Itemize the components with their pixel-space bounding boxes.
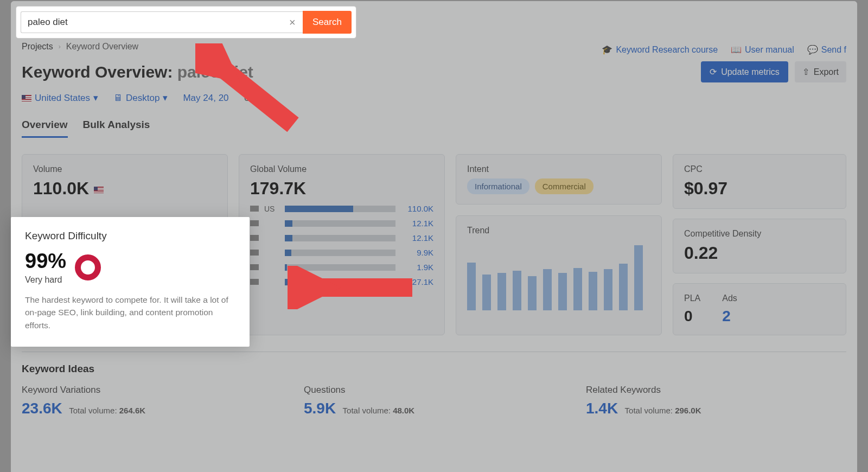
page-title: Keyword Overview: paleo diet: [22, 63, 253, 81]
kd-level: Very hard: [25, 275, 66, 285]
ads-label: Ads: [722, 294, 737, 303]
trend-bar: [497, 273, 506, 310]
us-flag-icon: [94, 187, 104, 193]
idea-related: Related Keywords 1.4K Total volume: 296.…: [586, 385, 846, 417]
global-volume-row: 12.1K: [250, 233, 433, 243]
country-flag-icon: [250, 235, 259, 241]
trend-bar: [558, 273, 567, 310]
trend-bar: [604, 269, 612, 310]
card-pla-ads: PLA 0 Ads 2: [673, 283, 846, 335]
country-volume[interactable]: 12.1K: [401, 219, 433, 228]
country-code: US: [264, 205, 279, 213]
desktop-icon: 🖥: [113, 93, 123, 104]
cpc-label: CPC: [684, 164, 835, 174]
chevron-down-icon: ▾: [163, 92, 168, 104]
trend-label: Trend: [467, 226, 650, 235]
variations-value[interactable]: 23.6K: [22, 400, 62, 417]
kd-percent: 99%: [25, 250, 66, 273]
country-flag-icon: [250, 206, 259, 212]
global-volume-row: 1.9K: [250, 263, 433, 272]
trend-bar: [573, 268, 582, 310]
trend-bar: [513, 271, 521, 310]
country-flag-icon: [250, 250, 259, 256]
tab-bulk-analysis[interactable]: Bulk Analysis: [83, 119, 150, 138]
global-volume-label: Global Volume: [250, 164, 433, 174]
upload-icon: ⇧: [802, 67, 809, 77]
link-manual[interactable]: 📖User manual: [731, 44, 794, 55]
trend-bar: [634, 245, 643, 310]
breadcrumb-root[interactable]: Projects: [22, 42, 53, 52]
cpc-value: $0.97: [684, 178, 835, 199]
card-global-volume: Global Volume 179.7K US 110.0K 12.1K 12.…: [239, 154, 445, 335]
country-flag-icon: [250, 279, 259, 285]
trend-bar: [482, 275, 491, 310]
ads-value[interactable]: 2: [722, 308, 737, 325]
breadcrumb-current: Keyword Overview: [66, 42, 138, 52]
filter-device[interactable]: 🖥Desktop ▾: [113, 92, 168, 104]
card-intent: Intent Informational Commercial: [456, 154, 662, 205]
country-volume[interactable]: 12.1K: [401, 233, 433, 243]
search-input[interactable]: [21, 11, 303, 33]
us-flag-icon: [22, 95, 31, 101]
country-volume[interactable]: 27.1K: [401, 277, 433, 286]
link-course[interactable]: 🎓Keyword Research course: [602, 44, 718, 55]
density-label: Competitive Density: [684, 229, 835, 239]
intent-label: Intent: [467, 164, 650, 174]
link-feedback[interactable]: 💬Send f: [807, 44, 846, 55]
clear-icon[interactable]: ×: [289, 16, 296, 29]
related-value[interactable]: 1.4K: [586, 400, 618, 417]
card-cpc: CPC $0.97: [673, 154, 846, 209]
export-button[interactable]: ⇧ Export: [795, 61, 846, 82]
questions-label: Questions: [304, 385, 564, 396]
questions-value[interactable]: 5.9K: [304, 400, 336, 417]
volume-bar: [285, 235, 395, 241]
grad-cap-icon: 🎓: [602, 44, 612, 55]
country-flag-icon: [250, 220, 259, 226]
global-volume-row: 12.1K: [250, 219, 433, 228]
trend-bar: [589, 272, 597, 310]
refresh-icon: ⟳: [710, 67, 717, 77]
related-label: Related Keywords: [586, 385, 846, 396]
filter-country[interactable]: United States ▾: [22, 92, 98, 104]
pla-value: 0: [684, 308, 700, 325]
idea-variations: Keyword Variations 23.6K Total volume: 2…: [22, 385, 282, 417]
global-volume-row: 9.9K: [250, 248, 433, 257]
filter-date[interactable]: May 24, 20: [183, 93, 228, 104]
filter-currency: USD: [244, 93, 264, 104]
book-icon: 📖: [731, 44, 742, 55]
country-volume[interactable]: 1.9K: [401, 263, 433, 272]
global-volume-row: US 110.0K: [250, 204, 433, 213]
volume-bar: [285, 206, 395, 212]
density-value: 0.22: [684, 243, 835, 263]
country-volume[interactable]: 9.9K: [401, 248, 433, 257]
chat-icon: 💬: [807, 44, 818, 55]
kd-title: Keyword Difficulty: [25, 230, 235, 242]
keyword-ideas-title: Keyword Ideas: [22, 363, 846, 375]
tab-overview[interactable]: Overview: [22, 119, 68, 138]
trend-bar: [543, 269, 552, 310]
kd-donut-icon: [75, 254, 101, 280]
trend-bar: [619, 264, 628, 310]
volume-value: 110.0K: [33, 178, 89, 198]
card-trend: Trend: [456, 215, 662, 335]
card-competitive-density: Competitive Density 0.22: [673, 219, 846, 273]
search-bar: × Search: [16, 7, 356, 38]
country-volume[interactable]: 110.0K: [401, 204, 433, 213]
volume-bar: [285, 250, 395, 256]
chevron-down-icon: ▾: [93, 92, 98, 104]
chevron-right-icon: ›: [59, 43, 61, 50]
update-metrics-button[interactable]: ⟳ Update metrics: [701, 61, 788, 82]
variations-label: Keyword Variations: [22, 385, 282, 396]
questions-sub: Total volume: 48.0K: [343, 406, 415, 415]
global-volume-value: 179.7K: [250, 178, 433, 199]
country-flag-icon: [250, 264, 259, 270]
global-volume-row: 27.1K: [250, 277, 433, 286]
search-button[interactable]: Search: [303, 11, 352, 34]
trend-bar: [467, 263, 476, 310]
volume-bar: [285, 264, 395, 271]
intent-pill-commercial: Commercial: [535, 178, 593, 194]
volume-label: Volume: [33, 164, 216, 174]
trend-bar: [528, 276, 537, 310]
volume-bar: [285, 279, 395, 285]
keyword-difficulty-popup: Keyword Difficulty 99% Very hard The har…: [11, 217, 250, 347]
